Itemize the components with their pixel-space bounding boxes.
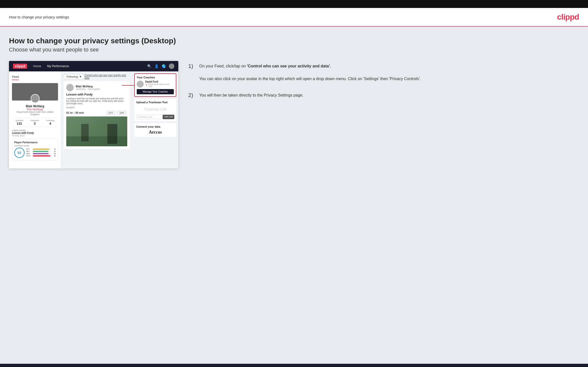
coach-club: 📍 Royal North Devon Golf Club	[145, 83, 174, 88]
instruction-step1: 1) On your Feed, click/tap on 'Control w…	[188, 63, 579, 82]
second-golfer	[81, 124, 89, 141]
bar-track	[33, 153, 51, 154]
following-label: Following	[66, 75, 78, 78]
bar-label: ARG	[26, 153, 32, 155]
duration-tags-row: 01 hr : 30 min OTT APP	[66, 110, 127, 115]
bar-row: APP 85	[26, 151, 56, 152]
mock-nav-home: Home	[33, 64, 41, 68]
mock-connect-card: Connect your data Arccos	[134, 123, 176, 137]
chevron-icon: ▼	[79, 75, 82, 78]
globe-icon: 🌎	[162, 64, 166, 68]
poster-info: Blair McHarg Yesterday · Sunningdale	[76, 85, 100, 90]
bar-label: PUTT	[26, 155, 32, 157]
poster-date: Yesterday · Sunningdale	[76, 88, 100, 90]
step1-text: On your Feed, click/tap on 'Control who …	[199, 63, 421, 82]
mock-latest-label: Latest Activity	[12, 129, 58, 132]
mock-coaches-card: Your Coaches David Ford 📍 Royal North De…	[134, 73, 176, 97]
bar-fill	[33, 151, 48, 152]
poster-name: Blair McHarg	[76, 85, 100, 88]
add-link-button[interactable]: Add Link	[163, 115, 174, 119]
coach-avatar	[137, 81, 144, 88]
mock-latest-activity: Lesson with Fordy	[12, 132, 58, 134]
post-title: Lesson with Fordy	[66, 93, 127, 96]
mock-nav-performance: My Performance	[47, 64, 69, 68]
mock-control-link[interactable]: Control who can see your activity and da…	[84, 74, 130, 79]
post-image	[66, 116, 127, 146]
mock-latest-date: 03 Aug 2022	[12, 134, 58, 137]
page-heading: How to change your privacy settings (Des…	[9, 37, 579, 45]
mock-feed: Following ▼ Control who can see your act…	[61, 71, 132, 168]
manage-coaches-button[interactable]: Manage Your Coaches	[137, 89, 174, 94]
mock-stat-following: Following 4	[46, 119, 55, 125]
instruction-step2: 2) You will then be taken directly to th…	[188, 92, 579, 99]
post-desc: Looking to feel like my hands are exitin…	[66, 97, 127, 105]
connect-title: Connect your data	[136, 125, 174, 128]
demo-layout: clippd Home My Performance 🔍 👤 🌎 Feed	[9, 61, 579, 168]
tag-buttons: OTT APP	[106, 110, 127, 115]
avatar-icon	[169, 63, 174, 69]
following-value: 4	[46, 122, 55, 125]
score-circle: 92	[14, 148, 25, 158]
step1-number: 1)	[188, 63, 195, 69]
mock-user-name: Blair McHarg	[12, 105, 58, 108]
mock-following-button[interactable]: Following ▼	[64, 74, 84, 79]
perf-title: Player Performance	[14, 141, 56, 144]
arrow-line-horizontal	[122, 85, 134, 86]
duration-label: Duration	[66, 106, 75, 109]
bar-label: APP	[26, 151, 32, 152]
mock-stats: Activities 131 Followers 3 Following 4	[12, 118, 58, 127]
mock-nav-right: 🔍 👤 🌎	[147, 63, 174, 69]
bar-track	[33, 151, 51, 152]
duration-row: Duration	[66, 106, 127, 109]
mock-app: clippd Home My Performance 🔍 👤 🌎 Feed	[9, 61, 178, 168]
mock-user-club: Royal North Devon Golf Club, United King…	[12, 111, 58, 116]
mock-sidebar: Feed Blair McHarg Plus Handicap Royal No…	[9, 71, 61, 168]
bar-fill	[33, 153, 49, 154]
bar-value: 96	[52, 155, 56, 157]
bar-value: 85	[52, 151, 56, 152]
bar-track	[33, 155, 51, 157]
page-subheading: Choose what you want people to see	[9, 47, 579, 53]
header-title: How to change your privacy settings	[9, 15, 69, 19]
mock-player-performance: Player Performance Total Player Quality …	[12, 139, 58, 160]
step2-text: You will then be taken directly to the P…	[199, 92, 303, 99]
activities-label: Activities	[15, 119, 23, 122]
followers-label: Followers	[30, 119, 39, 122]
quality-row: 92 OTT 90 APP 85 ARG	[14, 148, 56, 158]
bar-row: OTT 90	[26, 148, 56, 150]
location-icon: 📍	[145, 84, 148, 87]
mock-user-label: Plus Handicap	[12, 108, 58, 111]
clippd-logo: clippd	[557, 12, 579, 22]
bar-fill	[33, 149, 49, 150]
trackman-input-row: Trackman Link Add Link	[136, 115, 174, 119]
mock-stat-followers: Followers 3	[30, 119, 39, 125]
bar-value: 86	[52, 153, 56, 155]
trackman-title: Upload a Trackman Test	[136, 101, 174, 104]
bar-track	[33, 149, 51, 150]
quality-label: Total Player Quality	[14, 145, 56, 147]
coach-info: David Ford 📍 Royal North Devon Golf Club	[145, 80, 174, 88]
mock-right-panel: Your Coaches David Ford 📍 Royal North De…	[132, 71, 178, 168]
following-label: Following	[46, 119, 55, 122]
coach-row: David Ford 📍 Royal North Devon Golf Club	[137, 80, 174, 88]
coach-name: David Ford	[145, 80, 174, 83]
followers-value: 3	[30, 122, 39, 125]
duration-value: 01 hr : 30 min	[66, 111, 84, 114]
trackman-input: Trackman Link	[136, 115, 162, 119]
user-icon: 👤	[154, 64, 159, 68]
search-icon: 🔍	[147, 64, 151, 68]
bar-row: PUTT 96	[26, 155, 56, 157]
coaches-wrapper: Your Coaches David Ford 📍 Royal North De…	[134, 73, 176, 97]
mock-stat-activities: Activities 131	[15, 119, 23, 125]
mock-logo: clippd	[13, 64, 27, 69]
performance-bars: OTT 90 APP 85 ARG 86 PUTT	[26, 148, 56, 157]
top-bar	[0, 0, 588, 8]
bar-value: 90	[52, 148, 56, 150]
mock-profile-image	[12, 83, 58, 101]
footer: Copyright Clippd 2022	[0, 364, 588, 367]
arccos-brand: Arccos	[136, 130, 174, 135]
mock-avatar-circle	[31, 94, 40, 103]
tag-app: APP	[117, 111, 126, 115]
activities-value: 131	[15, 122, 23, 125]
mock-post-header: Blair McHarg Yesterday · Sunningdale	[66, 84, 127, 91]
